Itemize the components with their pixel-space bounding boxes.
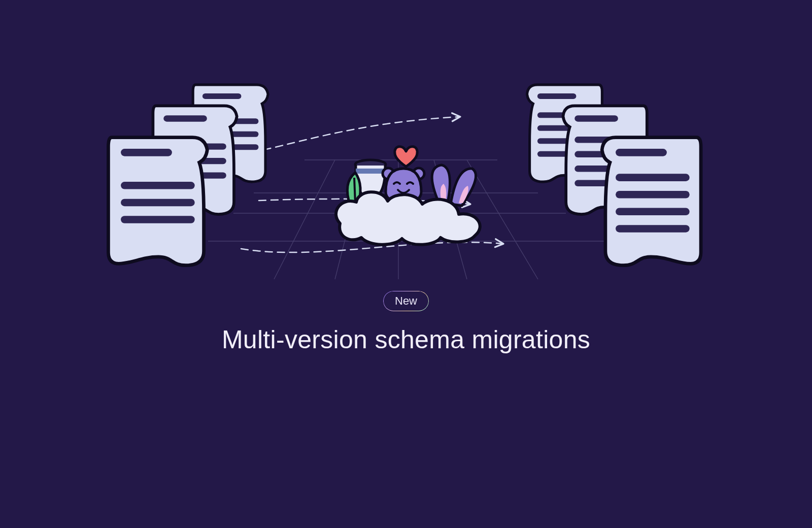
new-badge-label: New	[395, 294, 417, 307]
hero-stage: New Multi-version schema migrations	[0, 0, 812, 528]
svg-line-12	[274, 160, 335, 279]
hero-illustration	[81, 61, 731, 284]
doc-right-1	[602, 138, 701, 266]
new-badge: New	[383, 291, 429, 311]
svg-rect-19	[356, 169, 385, 174]
doc-left-1	[108, 138, 207, 266]
center-mascot	[336, 147, 480, 245]
page-title: Multi-version schema migrations	[222, 325, 590, 354]
